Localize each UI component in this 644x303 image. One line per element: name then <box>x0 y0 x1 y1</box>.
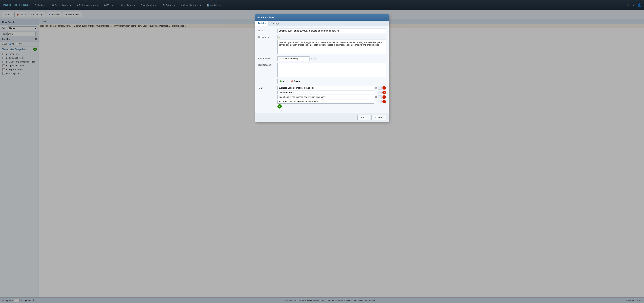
cancel-button[interactable]: Cancel <box>372 115 386 120</box>
risk-owner-label: Risk Owner: <box>258 56 278 60</box>
tag-row-1: ✕ ··· − <box>278 91 386 94</box>
risk-owner-row: Risk Owner: ✕ ··· <box>258 56 386 61</box>
owner-more-button[interactable]: ··· <box>313 57 317 60</box>
description-toolbar: ✏ <box>278 35 386 40</box>
tag-delete-2[interactable]: − <box>382 95 386 99</box>
dialog-footer: Save Cancel <box>255 113 389 122</box>
tags-row: Tags: ✕ ··· − ✕ ··· − <box>258 86 386 109</box>
description-content[interactable]: External cyber attacks, virus, cryptoloc… <box>278 40 386 54</box>
tag-more-3[interactable]: ··· <box>378 100 382 103</box>
tag-more-0[interactable]: ··· <box>378 86 382 90</box>
causes-buttons: ⊕ Add ⊖ Delete <box>278 79 386 84</box>
tag-input-0[interactable] <box>278 86 374 90</box>
tag-row-3: ✕ ··· − <box>278 100 386 104</box>
tag-row-0: ✕ ··· − <box>278 86 386 90</box>
causes-delete-icon: ⊖ <box>291 80 293 83</box>
tag-delete-3[interactable]: − <box>382 100 386 103</box>
tags-label: Tags: <box>258 86 278 89</box>
tag-add-button[interactable]: + <box>278 104 282 109</box>
description-label: Description: <box>258 35 278 38</box>
tag-input-2[interactable] <box>278 95 374 99</box>
dialog-body: Name: * Description: ✏ External cyber at… <box>255 26 389 113</box>
dialog-title: Edit Risk Event <box>258 16 275 19</box>
tab-linkage[interactable]: Linkage <box>269 21 282 26</box>
edit-risk-event-dialog: Edit Risk Event ✕ Details Linkage Name: … <box>255 14 389 122</box>
owner-clear-icon[interactable]: ✕ <box>310 57 312 60</box>
name-input[interactable] <box>278 29 386 33</box>
tag-clear-1[interactable]: ✕ <box>375 91 377 94</box>
tag-input-1[interactable] <box>278 91 374 94</box>
dialog-overlay: Edit Risk Event ✕ Details Linkage Name: … <box>0 0 644 303</box>
tags-section: ✕ ··· − ✕ ··· − ✕ ··· − <box>278 86 386 109</box>
name-label: Name: * <box>258 29 278 32</box>
tab-details[interactable]: Details <box>255 21 269 26</box>
risk-causes-label: Risk Causes: <box>258 63 278 66</box>
causes-add-button[interactable]: ⊕ Add <box>278 79 288 84</box>
tag-input-3[interactable] <box>278 100 374 104</box>
save-button[interactable]: Save <box>358 115 370 120</box>
name-required: * <box>266 29 266 32</box>
tag-row-2: ✕ ··· − <box>278 95 386 99</box>
dialog-tabs: Details Linkage <box>255 21 389 26</box>
dialog-header: Edit Risk Event ✕ <box>255 14 389 21</box>
description-area: ✏ External cyber attacks, virus, cryptol… <box>278 35 386 54</box>
risk-causes-area[interactable] <box>278 63 386 77</box>
risk-owner-input[interactable] <box>278 56 310 61</box>
description-edit-icon[interactable]: ✏ <box>278 36 281 39</box>
causes-add-icon: ⊕ <box>280 80 282 83</box>
tag-delete-0[interactable]: − <box>382 86 386 90</box>
tag-more-1[interactable]: ··· <box>378 91 382 94</box>
owner-row: ✕ ··· <box>278 56 317 61</box>
description-row: Description: ✏ External cyber attacks, v… <box>258 35 386 54</box>
tag-more-2[interactable]: ··· <box>378 95 382 99</box>
name-row: Name: * <box>258 29 386 33</box>
tag-clear-3[interactable]: ✕ <box>375 100 377 103</box>
risk-causes-row: Risk Causes: ⊕ Add ⊖ Delete <box>258 63 386 84</box>
tag-clear-2[interactable]: ✕ <box>375 96 377 99</box>
dialog-close-button[interactable]: ✕ <box>383 16 386 19</box>
tag-delete-1[interactable]: − <box>382 91 386 94</box>
tag-clear-0[interactable]: ✕ <box>375 87 377 89</box>
causes-delete-button[interactable]: ⊖ Delete <box>289 79 302 84</box>
